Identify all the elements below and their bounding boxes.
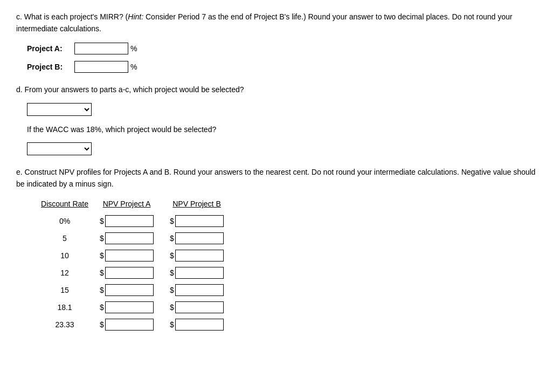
npv-a-input[interactable] <box>105 284 154 296</box>
npv-b-cell: $ <box>162 316 232 333</box>
dollar-sign-b: $ <box>170 286 174 294</box>
section-c: c. What is each project's MIRR? (Hint: C… <box>16 11 536 73</box>
npv-a-cell: $ <box>92 212 162 230</box>
table-row: 23.33$$ <box>38 316 232 333</box>
dollar-sign-a: $ <box>100 217 104 225</box>
npv-b-input[interactable] <box>175 301 224 313</box>
table-row: 18.1$$ <box>38 299 232 316</box>
table-row: 0%$$ <box>38 212 232 230</box>
project-b-percent: % <box>130 63 137 71</box>
project-a-percent: % <box>130 44 137 53</box>
table-row: 5$$ <box>38 230 232 247</box>
table-row: 15$$ <box>38 281 232 299</box>
npv-b-cell: $ <box>162 281 232 299</box>
npv-a-input[interactable] <box>105 250 154 262</box>
npv-a-input[interactable] <box>105 267 154 279</box>
dropdown-row-1: Project A Project B <box>27 103 536 116</box>
npv-a-input[interactable] <box>105 232 154 244</box>
dollar-sign-b: $ <box>170 251 174 260</box>
discount-rate-cell: 12 <box>38 264 92 281</box>
npv-a-input[interactable] <box>105 319 154 331</box>
npv-a-cell: $ <box>92 299 162 316</box>
npv-b-input[interactable] <box>175 267 224 279</box>
section-e-question: e. Construct NPV profiles for Projects A… <box>16 166 536 190</box>
project-a-input[interactable] <box>74 43 128 54</box>
col-npv-b: NPV Project B <box>162 200 232 212</box>
npv-b-cell: $ <box>162 212 232 230</box>
npv-a-cell: $ <box>92 281 162 299</box>
dollar-sign-b: $ <box>170 320 174 329</box>
section-e: e. Construct NPV profiles for Projects A… <box>16 166 536 334</box>
table-row: 12$$ <box>38 264 232 281</box>
section-d-question: d. From your answers to parts a-c, which… <box>16 84 536 95</box>
hint-label: Hint: <box>128 12 143 21</box>
section-d: d. From your answers to parts a-c, which… <box>16 84 536 155</box>
dollar-sign-a: $ <box>100 320 104 329</box>
npv-a-cell: $ <box>92 264 162 281</box>
dollar-sign-b: $ <box>170 234 174 243</box>
npv-a-cell: $ <box>92 230 162 247</box>
section-c-question: c. What is each project's MIRR? (Hint: C… <box>16 11 536 35</box>
section-c-label: c. What is each project's MIRR? ( <box>16 12 128 21</box>
project-b-input[interactable] <box>74 61 128 73</box>
table-row: 10$$ <box>38 247 232 264</box>
discount-rate-cell: 5 <box>38 230 92 247</box>
npv-a-cell: $ <box>92 247 162 264</box>
discount-rate-cell: 18.1 <box>38 299 92 316</box>
dollar-sign-b: $ <box>170 303 174 312</box>
dollar-sign-b: $ <box>170 269 174 277</box>
col-discount-rate: Discount Rate <box>38 200 92 212</box>
dollar-sign-a: $ <box>100 286 104 294</box>
dollar-sign-a: $ <box>100 234 104 243</box>
wacc-text: If the WACC was 18%, which project would… <box>27 123 536 135</box>
project-b-row: Project B: % <box>27 61 536 73</box>
dropdown-row-2: Project A Project B <box>27 142 536 155</box>
dollar-sign-a: $ <box>100 269 104 277</box>
project-a-label: Project A: <box>27 44 70 53</box>
npv-b-input[interactable] <box>175 215 224 227</box>
npv-b-input[interactable] <box>175 319 224 331</box>
npv-table: Discount Rate NPV Project A NPV Project … <box>38 200 536 333</box>
npv-b-cell: $ <box>162 247 232 264</box>
npv-a-cell: $ <box>92 316 162 333</box>
project-select-1[interactable]: Project A Project B <box>27 103 92 116</box>
project-b-label: Project B: <box>27 63 70 71</box>
npv-a-input[interactable] <box>105 301 154 313</box>
project-a-row: Project A: % <box>27 43 536 54</box>
npv-b-cell: $ <box>162 230 232 247</box>
dollar-sign-a: $ <box>100 251 104 260</box>
npv-a-input[interactable] <box>105 215 154 227</box>
discount-rate-cell: 0% <box>38 212 92 230</box>
dollar-sign-b: $ <box>170 217 174 225</box>
npv-b-input[interactable] <box>175 284 224 296</box>
discount-rate-cell: 15 <box>38 281 92 299</box>
col-npv-a: NPV Project A <box>92 200 162 212</box>
dollar-sign-a: $ <box>100 303 104 312</box>
npv-b-input[interactable] <box>175 232 224 244</box>
npv-b-input[interactable] <box>175 250 224 262</box>
npv-b-cell: $ <box>162 264 232 281</box>
project-select-2[interactable]: Project A Project B <box>27 142 92 155</box>
npv-b-cell: $ <box>162 299 232 316</box>
discount-rate-cell: 23.33 <box>38 316 92 333</box>
discount-rate-cell: 10 <box>38 247 92 264</box>
